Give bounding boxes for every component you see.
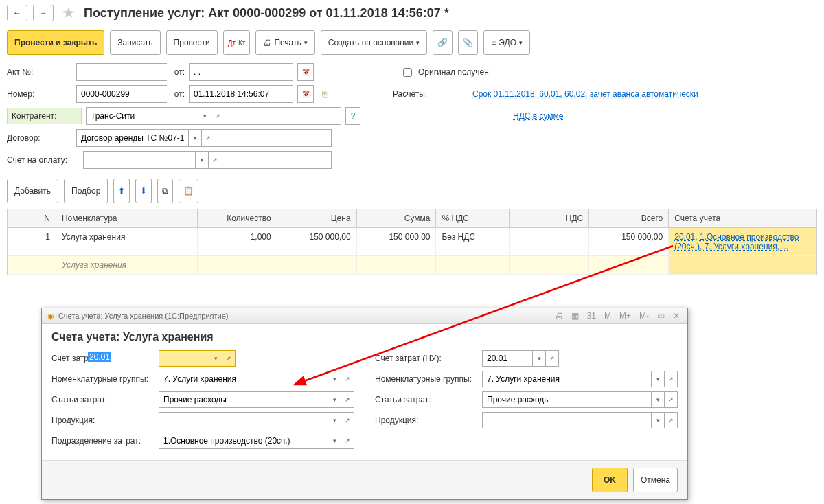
cost-acct-input[interactable]: 20.01▾↗ bbox=[159, 350, 236, 367]
grid-icon[interactable]: ▦ bbox=[569, 311, 581, 321]
dialog-titlebar[interactable]: ◉ Счета учета: Услуга хранения (1С:Предп… bbox=[42, 308, 687, 324]
from1-label: от: bbox=[171, 67, 185, 77]
dropdown-icon[interactable]: ▾ bbox=[198, 108, 211, 124]
from1-input[interactable] bbox=[189, 63, 293, 81]
calendar-icon: 📅 bbox=[298, 86, 313, 102]
calc-link[interactable]: Срок 01.11.2018, 60.01, 60.02, зачет ава… bbox=[472, 89, 698, 99]
arrow-up-icon: ⬆ bbox=[118, 186, 125, 196]
edo-icon: ≡ bbox=[491, 38, 496, 47]
calendar-icon: 📅 bbox=[298, 64, 313, 80]
accounts-cell-link[interactable]: 20.01, 1.Основное производство (20сч.), … bbox=[674, 232, 799, 251]
calc-label: Расчеты: bbox=[393, 89, 468, 99]
contract-label: Договор: bbox=[7, 133, 72, 143]
act-no-label: Акт №: bbox=[7, 67, 72, 77]
edo-button[interactable]: ≡ЭДО▾ bbox=[483, 30, 530, 55]
act-no-input[interactable] bbox=[76, 63, 167, 81]
from2-label: от: bbox=[171, 89, 185, 99]
cost-item-input[interactable]: ▾↗ bbox=[159, 391, 354, 408]
open-icon[interactable]: ↗ bbox=[201, 130, 214, 146]
calendar-button-1[interactable]: 📅 bbox=[297, 63, 314, 81]
select-button[interactable]: Подбор bbox=[64, 179, 108, 203]
copy-icon[interactable]: ⎘ bbox=[322, 89, 327, 99]
dt-kt-button[interactable]: ДтКт bbox=[223, 30, 251, 55]
cost-acct-nu-input[interactable]: ▾↗ bbox=[482, 350, 559, 367]
copy-rows-button[interactable]: ⧉ bbox=[157, 179, 173, 203]
invoice-input[interactable]: ▾ ↗ bbox=[83, 151, 332, 169]
attach-button[interactable]: 📎 bbox=[458, 30, 478, 55]
m-icon[interactable]: M bbox=[602, 311, 613, 321]
print-button[interactable]: 🖨Печать▾ bbox=[255, 30, 314, 55]
minimize-icon[interactable]: ▭ bbox=[655, 311, 667, 321]
move-up-button[interactable]: ⬆ bbox=[113, 179, 130, 203]
move-down-button[interactable]: ⬇ bbox=[135, 179, 152, 203]
subdiv-input[interactable]: ▾↗ bbox=[159, 433, 354, 449]
cost-item-nu-input[interactable]: ▾↗ bbox=[482, 391, 678, 408]
m-plus-icon[interactable]: M+ bbox=[617, 311, 633, 321]
contract-input[interactable]: ▾ ↗ bbox=[76, 129, 332, 147]
post-button[interactable]: Провести bbox=[166, 30, 218, 55]
nav-forward-button[interactable]: → bbox=[33, 5, 54, 21]
post-close-button[interactable]: Провести и закрыть bbox=[7, 30, 104, 55]
calendar-button-2[interactable]: 📅 bbox=[297, 85, 314, 103]
print-icon[interactable]: 🖨 bbox=[553, 311, 565, 321]
dropdown-icon[interactable]: ▾ bbox=[195, 152, 208, 168]
original-received-label: Оригинал получен bbox=[418, 67, 489, 77]
number-input[interactable] bbox=[76, 85, 167, 103]
nav-back-button[interactable]: ← bbox=[7, 5, 27, 21]
create-based-button[interactable]: Создать на основании▾ bbox=[321, 30, 428, 55]
arrow-down-icon: ⬇ bbox=[140, 186, 147, 196]
vat-link[interactable]: НДС в сумме bbox=[513, 111, 564, 121]
items-grid[interactable]: N Номенклатура Количество Цена Сумма % Н… bbox=[7, 209, 817, 275]
nom-group-input[interactable]: ▾↗ bbox=[159, 371, 354, 387]
from2-input[interactable] bbox=[189, 85, 293, 103]
copy-icon: ⧉ bbox=[162, 186, 168, 196]
accounts-dialog: ◉ Счета учета: Услуга хранения (1С:Предп… bbox=[41, 308, 688, 500]
favorite-star-icon[interactable]: ★ bbox=[62, 4, 76, 22]
link-icon: 🔗 bbox=[437, 38, 448, 47]
table-row[interactable]: 1 Услуга хранения 1,000 150 000,00 150 0… bbox=[8, 228, 816, 256]
calc-icon[interactable]: 31 bbox=[585, 311, 598, 321]
counterparty-label: Контрагент: bbox=[7, 108, 82, 124]
paperclip-icon: 📎 bbox=[463, 38, 473, 47]
nom-group-nu-input[interactable]: ▾↗ bbox=[482, 371, 678, 387]
counterparty-input[interactable]: ▾ ↗ bbox=[86, 107, 341, 125]
printer-icon: 🖨 bbox=[263, 38, 271, 47]
product-nu-input[interactable]: ▾↗ bbox=[482, 412, 678, 428]
table-row[interactable]: Услуга хранения bbox=[8, 256, 816, 275]
cancel-button[interactable]: Отмена bbox=[633, 468, 678, 492]
product-input[interactable]: ▾↗ bbox=[159, 412, 354, 428]
grid-header: N Номенклатура Количество Цена Сумма % Н… bbox=[8, 209, 816, 228]
open-icon[interactable]: ↗ bbox=[208, 152, 221, 168]
ok-button[interactable]: OK bbox=[592, 468, 628, 492]
page-title: Поступление услуг: Акт 0000-000299 от 01… bbox=[84, 6, 449, 21]
paste-icon: 📋 bbox=[183, 186, 194, 196]
paste-rows-button[interactable]: 📋 bbox=[179, 179, 198, 203]
help-button[interactable]: ? bbox=[345, 107, 360, 125]
m-minus-icon[interactable]: M- bbox=[637, 311, 651, 321]
add-row-button[interactable]: Добавить bbox=[7, 179, 58, 203]
number-label: Номер: bbox=[7, 89, 72, 99]
original-received-checkbox[interactable] bbox=[403, 68, 412, 77]
dialog-heading: Счета учета: Услуга хранения bbox=[52, 331, 678, 343]
invoice-label: Счет на оплату: bbox=[7, 155, 79, 165]
app-icon: ◉ bbox=[47, 312, 54, 321]
close-icon[interactable]: ✕ bbox=[671, 311, 682, 321]
open-icon[interactable]: ↗ bbox=[211, 108, 224, 124]
save-button[interactable]: Записать bbox=[110, 30, 160, 55]
link-button[interactable]: 🔗 bbox=[433, 30, 453, 55]
dropdown-icon[interactable]: ▾ bbox=[188, 130, 201, 146]
